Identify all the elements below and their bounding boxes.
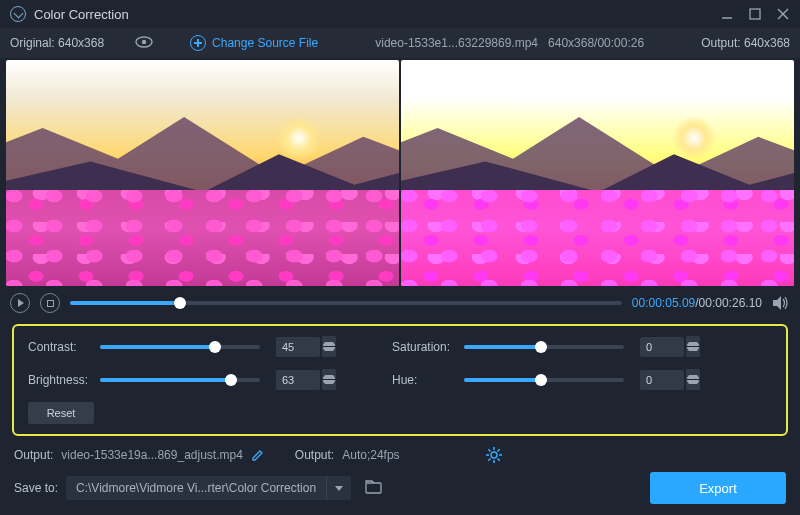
- hue-label: Hue:: [392, 373, 464, 387]
- svg-rect-16: [366, 483, 381, 493]
- svg-point-5: [142, 39, 146, 43]
- hue-slider[interactable]: [464, 378, 624, 382]
- timeline-thumb[interactable]: [174, 297, 186, 309]
- preview-toggle-icon[interactable]: [134, 35, 154, 52]
- timeline-slider[interactable]: [70, 301, 622, 305]
- brightness-step-up[interactable]: [322, 369, 336, 379]
- volume-button[interactable]: [772, 295, 790, 311]
- svg-line-15: [488, 459, 490, 461]
- play-icon: [18, 299, 24, 307]
- output-file-label: Output:: [14, 448, 53, 462]
- brightness-value-box[interactable]: 63: [276, 369, 336, 390]
- hue-step-up[interactable]: [686, 369, 700, 379]
- contrast-value-box[interactable]: 45: [276, 336, 336, 357]
- contrast-slider[interactable]: [100, 345, 260, 349]
- transport-bar: 00:00:05.09/00:00:26.10: [0, 286, 800, 320]
- open-folder-icon[interactable]: [365, 480, 383, 497]
- reset-button[interactable]: Reset: [28, 402, 94, 424]
- source-filename: video-1533e1...63229869.mp4: [375, 36, 538, 50]
- info-bar: Original: 640x368 Change Source File vid…: [0, 28, 800, 58]
- original-label: Original:: [10, 36, 55, 50]
- plus-icon: [190, 35, 206, 51]
- brightness-label: Brightness:: [28, 373, 100, 387]
- app-logo-icon: [10, 6, 26, 22]
- saturation-step-up[interactable]: [686, 336, 700, 346]
- preview-area: [0, 58, 800, 286]
- save-to-label: Save to:: [14, 481, 58, 495]
- svg-rect-1: [750, 9, 760, 19]
- output-settings-icon[interactable]: [486, 447, 502, 463]
- svg-marker-6: [773, 296, 781, 310]
- play-button[interactable]: [10, 293, 30, 313]
- close-button[interactable]: [776, 7, 790, 21]
- hue-step-down[interactable]: [686, 380, 700, 390]
- contrast-label: Contrast:: [28, 340, 100, 354]
- chevron-down-icon: [335, 486, 343, 491]
- save-path-box: C:\Vidmore\Vidmore Vi...rter\Color Corre…: [66, 476, 351, 500]
- output-dim-label: Output:: [701, 36, 740, 50]
- output-format-label: Output:: [295, 448, 334, 462]
- output-format: Auto;24fps: [342, 448, 399, 462]
- svg-line-14: [497, 449, 499, 451]
- brightness-value[interactable]: 63: [276, 370, 320, 390]
- svg-line-12: [488, 449, 490, 451]
- brightness-slider[interactable]: [100, 378, 260, 382]
- hue-value[interactable]: 0: [640, 370, 684, 390]
- save-row: Save to: C:\Vidmore\Vidmore Vi...rter\Co…: [0, 468, 800, 508]
- adjusted-preview: [401, 60, 794, 286]
- output-filename: video-1533e19a...869_adjust.mp4: [61, 448, 242, 462]
- change-source-label: Change Source File: [212, 36, 318, 50]
- saturation-value-box[interactable]: 0: [640, 336, 700, 357]
- window-title: Color Correction: [34, 7, 129, 22]
- timecode: 00:00:05.09/00:00:26.10: [632, 296, 762, 310]
- contrast-step-up[interactable]: [322, 336, 336, 346]
- adjustment-panel: Contrast: 45 Saturation: 0 Brightness: 6…: [12, 324, 788, 436]
- time-current: 00:00:05.09: [632, 296, 695, 310]
- change-source-button[interactable]: Change Source File: [190, 35, 318, 51]
- svg-line-13: [497, 459, 499, 461]
- maximize-button[interactable]: [748, 7, 762, 21]
- stop-icon: [47, 300, 54, 307]
- hue-value-box[interactable]: 0: [640, 369, 700, 390]
- source-meta: 640x368/00:00:26: [548, 36, 644, 50]
- output-dims: 640x368: [744, 36, 790, 50]
- minimize-button[interactable]: [720, 7, 734, 21]
- contrast-value[interactable]: 45: [276, 337, 320, 357]
- stop-button[interactable]: [40, 293, 60, 313]
- saturation-step-down[interactable]: [686, 347, 700, 357]
- original-preview: [6, 60, 399, 286]
- original-dims: 640x368: [58, 36, 104, 50]
- export-button[interactable]: Export: [650, 472, 786, 504]
- output-row: Output: video-1533e19a...869_adjust.mp4 …: [0, 442, 800, 468]
- save-path[interactable]: C:\Vidmore\Vidmore Vi...rter\Color Corre…: [66, 481, 326, 495]
- saturation-label: Saturation:: [392, 340, 464, 354]
- svg-point-7: [491, 452, 497, 458]
- time-total: 00:00:26.10: [699, 296, 762, 310]
- saturation-value[interactable]: 0: [640, 337, 684, 357]
- contrast-step-down[interactable]: [322, 347, 336, 357]
- titlebar: Color Correction: [0, 0, 800, 28]
- save-path-dropdown[interactable]: [327, 486, 351, 491]
- brightness-step-down[interactable]: [322, 380, 336, 390]
- edit-filename-icon[interactable]: [251, 448, 265, 462]
- saturation-slider[interactable]: [464, 345, 624, 349]
